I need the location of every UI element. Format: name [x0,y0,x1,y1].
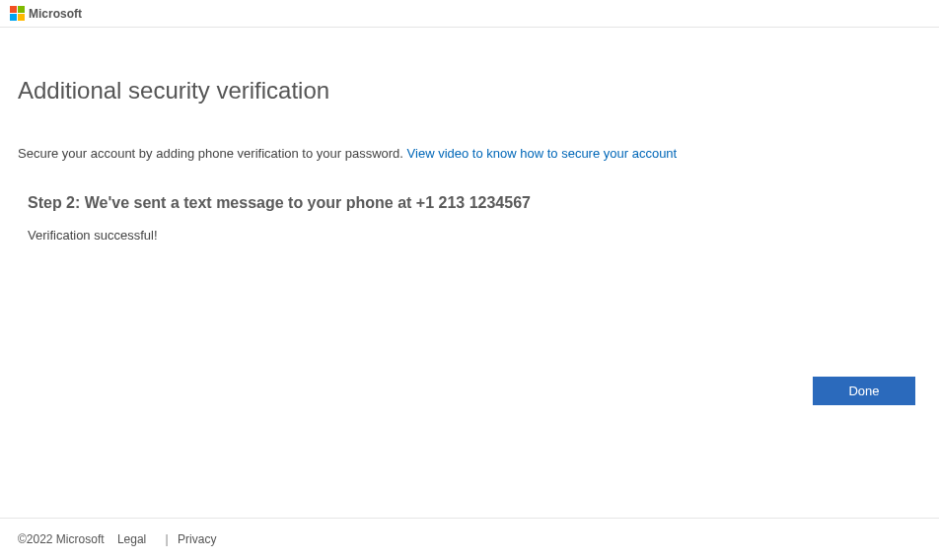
privacy-link[interactable]: Privacy [178,532,216,546]
copyright-text: ©2022 Microsoft [18,532,105,546]
done-button[interactable]: Done [813,377,915,405]
verification-status: Verification successful! [28,228,921,243]
video-link[interactable]: View video to know how to secure your ac… [407,146,678,161]
description: Secure your account by adding phone veri… [18,146,921,161]
microsoft-logo: Microsoft [10,6,82,21]
main-content: Additional security verification Secure … [0,28,939,243]
header: Microsoft [0,0,939,28]
legal-link[interactable]: Legal [117,532,146,546]
footer: ©2022 Microsoft Legal | Privacy [0,518,939,560]
step-heading: Step 2: We've sent a text message to you… [28,194,921,212]
microsoft-logo-text: Microsoft [29,7,82,21]
microsoft-logo-icon [10,6,25,21]
description-text: Secure your account by adding phone veri… [18,146,407,161]
page-title: Additional security verification [18,77,921,105]
footer-separator: | [166,532,169,546]
